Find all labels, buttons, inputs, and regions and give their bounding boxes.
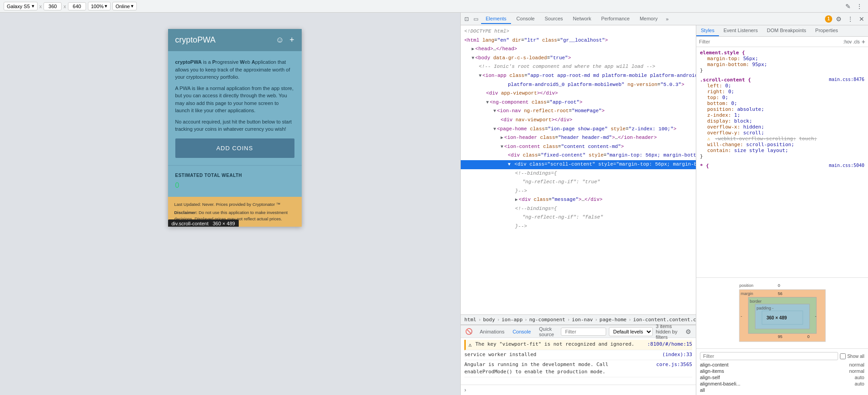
devtools-settings-icon[interactable]: ⚙ bbox=[834, 14, 844, 24]
computed-row-align-content: align-content normal bbox=[700, 362, 864, 368]
devtools-top-icons: ⊡ ▭ bbox=[463, 15, 480, 23]
breadcrumb-ioncontent[interactable]: ion-content.content.content-md bbox=[633, 317, 696, 323]
padding-label: padding - bbox=[757, 306, 774, 310]
add-style-rule-btn[interactable]: + bbox=[862, 38, 865, 45]
inspect-element-icon[interactable]: ⊡ bbox=[463, 15, 471, 23]
breadcrumb-ionapp[interactable]: ion-app bbox=[502, 317, 522, 323]
console-msg-source-2[interactable]: (index):33 bbox=[662, 351, 692, 359]
footer-updated: Last Updated: Never. Prices provided by … bbox=[174, 201, 295, 208]
position-label: position bbox=[739, 283, 753, 288]
breadcrumb-ionnav[interactable]: ion-nav bbox=[572, 317, 593, 323]
styles-tabs: Styles Event Listeners DOM Breakpoints P… bbox=[696, 25, 868, 37]
element-tooltip: div.scroll-content 360 × 489 bbox=[168, 219, 239, 227]
dom-line-ionheader[interactable]: ▶<ion-header class="header header-md">…<… bbox=[461, 133, 696, 143]
console-input[interactable] bbox=[469, 387, 692, 393]
computed-prop-align-items: align-items bbox=[700, 368, 724, 374]
position-value: 0 bbox=[778, 283, 780, 288]
console-settings-icon[interactable]: ⚙ bbox=[684, 327, 693, 336]
computed-val-align-items: normal bbox=[849, 368, 864, 374]
console-msg-text-2: service worker installed bbox=[464, 351, 659, 359]
styles-tab-styles[interactable]: Styles bbox=[696, 25, 719, 36]
breadcrumb-html[interactable]: html bbox=[464, 317, 477, 323]
device-name: Galaxy S5 bbox=[7, 4, 30, 9]
devtools-close-icon[interactable]: ✕ bbox=[857, 14, 866, 24]
css-selector-scroll: .scroll-content { main.css:8476 bbox=[700, 77, 864, 83]
tabs-more-icon[interactable]: » bbox=[663, 14, 671, 24]
dom-line-body[interactable]: ▼<body data-gr-c-s-loaded="true"> bbox=[461, 54, 696, 63]
tab-animations[interactable]: Animations bbox=[477, 328, 507, 335]
estimated-section: ESTIMATED TOTAL WEALTH 0 bbox=[168, 165, 302, 197]
styles-tab-dom-breakpoints[interactable]: DOM Breakpoints bbox=[762, 25, 811, 36]
breadcrumb-ngcomponent[interactable]: ng-component bbox=[529, 317, 565, 323]
dom-line-ionapp[interactable]: ▼<ion-app class="app-root app-root-md md… bbox=[461, 71, 696, 81]
tab-console[interactable]: Console bbox=[512, 14, 539, 24]
console-filter-input[interactable] bbox=[561, 328, 606, 336]
css-prop-contain: contain: size style layout; bbox=[700, 148, 864, 153]
dom-line-doctype: <!DOCTYPE html> bbox=[461, 27, 696, 36]
app-content: cryptoPWA is a Progressive Web Applicati… bbox=[168, 51, 302, 165]
smiley-icon[interactable]: ☺ bbox=[276, 35, 284, 45]
styles-filter-bar: :hov .cls + bbox=[696, 37, 868, 47]
height-input[interactable] bbox=[68, 2, 86, 10]
console-msg-source-1[interactable]: :8100/#/home:15 bbox=[647, 341, 692, 349]
width-input[interactable] bbox=[43, 2, 62, 10]
breadcrumb-pagehome[interactable]: page-home bbox=[599, 317, 627, 323]
tab-sources[interactable]: Sources bbox=[540, 14, 567, 24]
desc-para3: No account required, just hit the button… bbox=[175, 118, 294, 133]
computed-filter-input[interactable] bbox=[700, 352, 838, 360]
dom-line-divviewport: <div app-viewport></div> bbox=[461, 89, 696, 98]
breadcrumb-body[interactable]: body bbox=[483, 317, 495, 323]
dom-tree[interactable]: <!DOCTYPE html> <html lang="en" dir="ltr… bbox=[461, 25, 696, 314]
dom-section: <!DOCTYPE html> <html lang="en" dir="ltr… bbox=[461, 25, 696, 395]
show-all-checkbox[interactable] bbox=[840, 353, 846, 359]
add-icon[interactable]: + bbox=[289, 35, 294, 45]
network-selector[interactable]: Online ▾ bbox=[112, 2, 137, 10]
dom-line-head[interactable]: ▶<head>…</head> bbox=[461, 45, 696, 54]
dom-line-ioncontent[interactable]: ▼<ion-content class="content content-md"… bbox=[461, 143, 696, 152]
console-msg-source-3[interactable]: core.js:3565 bbox=[656, 361, 692, 376]
dom-line-pagehome[interactable]: ▼<page-home class="ion-page show-page" s… bbox=[461, 125, 696, 134]
styles-filter-input[interactable] bbox=[699, 39, 841, 44]
devtools-panel: ⊡ ▭ Elements Console Sources Network Per… bbox=[460, 13, 868, 395]
tab-network[interactable]: Network bbox=[569, 14, 596, 24]
more-options-icon[interactable]: ⋮ bbox=[854, 2, 864, 11]
tab-memory[interactable]: Memory bbox=[635, 14, 662, 24]
css-prop-position: position: absolute; bbox=[700, 106, 864, 112]
css-source-universal[interactable]: main.css:5040 bbox=[829, 163, 864, 168]
pseudo-classes-btn[interactable]: :hov .cls bbox=[843, 39, 860, 44]
dom-line-divmessage[interactable]: ▶<div class="message">…</div> bbox=[461, 195, 696, 205]
device-selector[interactable]: Galaxy S5 ▾ bbox=[4, 2, 38, 10]
margin-top-value: 56 bbox=[778, 291, 782, 296]
dom-line-scrollcontent[interactable]: ▼ <div class="scroll-content" style="mar… bbox=[461, 160, 696, 169]
dom-line-ionnav[interactable]: ▼<ion-nav ng-reflect-root="HomePage"> bbox=[461, 107, 696, 116]
console-msg-warning: ⚠ The key "viewport-fit" is not recogniz… bbox=[464, 340, 692, 350]
edit-icon[interactable]: ✎ bbox=[844, 2, 853, 11]
desc-para1: cryptoPWA is a Progressive Web Applicati… bbox=[175, 58, 294, 81]
add-coins-button[interactable]: ADD COINS bbox=[175, 138, 294, 158]
console-level-select[interactable]: Default levels bbox=[609, 327, 653, 336]
dom-line-ionapp-cont: platform-android5_0 platform-mobileweb" … bbox=[461, 81, 696, 90]
dom-line-ngcomponent[interactable]: ▼<ng-component class="app-root"> bbox=[461, 98, 696, 107]
tab-console-bottom[interactable]: Console bbox=[510, 328, 533, 335]
console-clear-icon[interactable]: 🚫 bbox=[463, 327, 474, 336]
tab-elements[interactable]: Elements bbox=[481, 14, 511, 24]
computed-prop-all: all bbox=[700, 387, 705, 393]
separator: x bbox=[39, 4, 42, 9]
tab-quick-source[interactable]: Quick source bbox=[536, 325, 559, 338]
tab-performance[interactable]: Performance bbox=[597, 14, 634, 24]
computed-prop-alignment-baseline: alignment-baseli... bbox=[700, 381, 740, 386]
dom-line-navviewport: <div nav-viewport></div> bbox=[461, 116, 696, 125]
devtools-more-icon[interactable]: ⋮ bbox=[845, 14, 855, 24]
css-source-scroll[interactable]: main.css:8476 bbox=[829, 77, 864, 82]
styles-tab-event-listeners[interactable]: Event Listeners bbox=[719, 25, 762, 36]
dom-line-bindings1: <!--bindings={ bbox=[461, 169, 696, 178]
styles-tab-properties[interactable]: Properties bbox=[811, 25, 843, 36]
footer-updated-label: Last Updated: bbox=[174, 202, 201, 207]
device-toggle-icon[interactable]: ▭ bbox=[472, 15, 480, 23]
css-prop-display: display: block; bbox=[700, 118, 864, 124]
css-prop-margin-bottom: margin-bottom: 95px; bbox=[700, 62, 864, 67]
zoom-selector[interactable]: 100% ▾ bbox=[88, 2, 111, 10]
console-messages: ⚠ The key "viewport-fit" is not recogniz… bbox=[461, 338, 696, 385]
console-msg-service-worker: service worker installed (index):33 bbox=[464, 350, 692, 360]
main-layout: cryptoPWA ☺ + cryptoPWA is a Progressive… bbox=[0, 13, 868, 395]
